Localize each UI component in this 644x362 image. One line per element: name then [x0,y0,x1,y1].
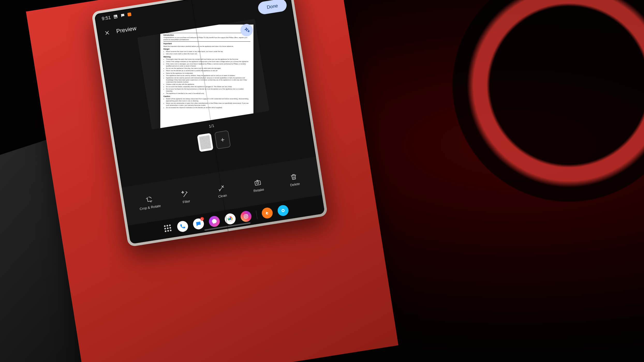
taskbar-messages[interactable]: 1 [192,218,205,230]
taskbar-phone[interactable] [176,220,189,233]
svg-rect-9 [244,214,248,218]
status-clock: 9:51 [101,15,111,21]
page-counter: 1/1 [209,123,214,129]
doc-h-warning: Warning [164,56,250,58]
tool-label: Retake [253,187,264,193]
svg-rect-5 [255,180,261,185]
list-item: Thoroughly clean the parts that come int… [166,58,250,60]
taskbar-messenger[interactable] [208,215,220,228]
taskbar-app-2[interactable] [277,204,289,217]
instagram-icon [242,213,249,220]
messages-icon [195,220,202,227]
tablet-frame: 9:51 [91,0,328,247]
doc-warning-list: Thoroughly clean the parts that come int… [164,58,250,95]
tool-retake[interactable]: Retake [243,177,273,194]
list-item: Never let the appliance run unattended. [166,72,250,74]
scanned-document: English Introduction Congratulations on … [160,25,254,130]
svg-point-6 [256,182,259,184]
list-item: Do not use the appliance if the plug, th… [166,67,250,69]
scene-root: 9:51 [0,0,644,362]
list-item: Never use the blender jar or accessories… [166,70,250,72]
status-left: 9:51 [101,11,132,21]
ambient-ring [453,0,644,202]
app-badge-icon [127,12,131,17]
tool-filter[interactable]: Filter [171,188,201,206]
doc-h-important: Important [164,42,250,45]
doc-important-text: Read this important information carefull… [164,45,250,47]
doc-intro-text: Congratulations on your purchase and wel… [164,36,250,41]
taskbar-divider [256,210,257,219]
doc-h-danger: Danger [164,48,250,50]
filter-icon [181,190,189,198]
add-page-button[interactable]: + [214,130,231,149]
close-button[interactable] [102,27,113,38]
list-item: Use only a moist cloth to clean the moto… [166,53,250,55]
tool-delete[interactable]: Delete [279,171,309,188]
sparkle-icon [243,27,250,34]
tool-label: Clean [218,193,227,198]
chat-icon [120,13,125,18]
device-screen: 9:51 [94,0,325,244]
close-icon [104,29,110,36]
list-item: Check if the voltage indicated on the ap… [166,61,250,63]
preview-canvas[interactable]: English Introduction Congratulations on … [137,19,269,130]
messenger-icon [211,218,218,225]
page-thumbnail[interactable] [197,133,213,152]
list-item: Switch off the appliance and always disc… [166,98,250,102]
clean-icon [217,184,226,192]
taskbar-instagram[interactable] [240,210,252,223]
list-item: The appliance is intended to be used in … [166,92,250,94]
doc-danger-list: Never immerse the motor unit in water or… [164,50,250,55]
thumbnail-strip: + [197,130,231,152]
phone-icon [179,223,186,230]
svg-point-10 [245,215,247,217]
lens-icon [279,207,286,214]
list-item: Do not touch the blades, especially when… [166,86,250,88]
list-item: Never use any accessories or parts from … [166,102,250,106]
delete-icon [290,173,298,181]
list-item: Do not exceed the maximum indication on … [166,107,250,109]
taskbar-app-1[interactable] [261,207,273,219]
svg-rect-0 [114,14,117,18]
scan-app: Preview Done English Introduction Congra… [96,0,322,226]
list-item: Never immerse the motor unit in water or… [166,50,250,52]
doc-h-caution: Caution [164,95,250,97]
chrome-icon [226,215,233,222]
list-item: If the mains cord is damaged, you must h… [166,63,250,67]
page-title: Preview [116,25,137,35]
list-item: Children shall not play with the applian… [166,83,250,85]
swish-icon [264,209,271,216]
tool-label: Crop & Rotate [139,204,161,211]
list-item: Do not pour hot liquid into the food pro… [166,88,250,92]
crop-rotate-icon [145,195,153,204]
apps-grid-button[interactable] [164,224,173,233]
list-item: Appliances can be used by persons with r… [166,77,250,83]
tool-clean[interactable]: Clean [207,182,237,200]
image-icon [113,14,118,19]
thumbnail-preview [199,135,211,149]
retake-icon [253,178,262,187]
tool-label: Delete [290,182,300,187]
tool-crop-rotate[interactable]: Crop & Rotate [134,194,165,212]
tool-label: Filter [182,199,190,204]
taskbar-chrome[interactable] [224,213,236,225]
doc-caution-list: Switch off the appliance and always disc… [164,98,250,109]
list-item: This appliance shall not be used by chil… [166,74,250,77]
doc-h-intro: Introduction [164,34,250,36]
